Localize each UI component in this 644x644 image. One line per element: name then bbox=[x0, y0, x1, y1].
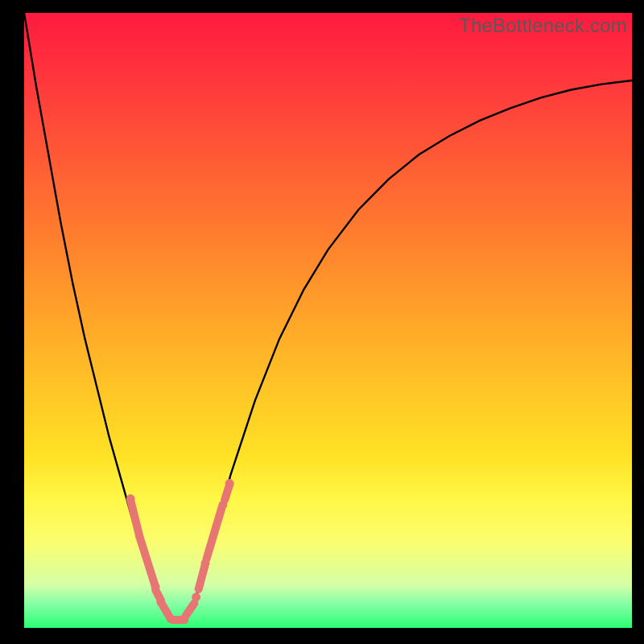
highlight-strip-group bbox=[130, 485, 229, 620]
highlight-point bbox=[151, 583, 159, 591]
highlight-strip bbox=[199, 567, 205, 589]
highlight-point bbox=[201, 559, 209, 568]
highlight-strip bbox=[130, 500, 139, 537]
highlight-strip bbox=[139, 537, 155, 585]
highlight-strip bbox=[207, 508, 222, 559]
highlight-point bbox=[219, 501, 227, 509]
highlight-point bbox=[192, 593, 200, 601]
highlight-point bbox=[167, 615, 175, 623]
highlight-point bbox=[225, 479, 233, 487]
highlight-point bbox=[126, 495, 134, 503]
highlight-point bbox=[157, 598, 165, 606]
chart-frame: TheBottleneck.com bbox=[24, 13, 632, 628]
bottleneck-curve-plot bbox=[24, 13, 632, 628]
highlight-strip bbox=[186, 603, 195, 615]
bottleneck-curve bbox=[24, 13, 632, 621]
